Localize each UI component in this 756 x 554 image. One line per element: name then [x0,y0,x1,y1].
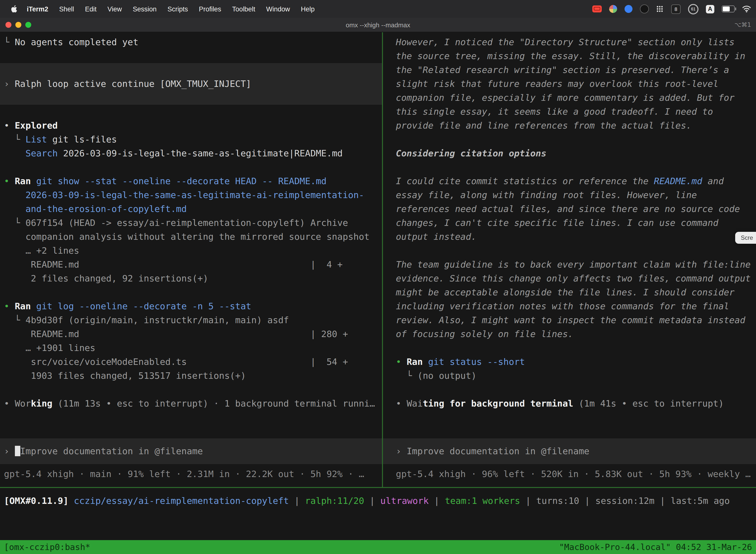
terminal-line: output instead. [383,230,756,244]
globe-icon[interactable] [609,5,617,13]
terminal-line: • Ran git show --stat --oneline --decora… [0,174,382,188]
terminal-line [383,341,756,355]
terminal-text: | [520,495,536,506]
menu-item-help[interactable]: Help [296,5,320,13]
terminal-line: › Improve documentation in @filename [383,444,756,458]
zoom-button[interactable] [25,22,31,28]
terminal-line: • Explored [0,119,382,132]
battery-icon[interactable] [722,5,735,12]
prompt-strip[interactable]: › Improve documentation in @filename [383,438,756,464]
terminal-text: › [396,446,406,456]
terminal-text: team:1 workers [445,495,520,506]
menu-item-iterm2[interactable]: iTerm2 [21,5,54,13]
terminal-text: evidence. Since this change only affects… [396,273,751,283]
right-terminal-pane[interactable]: However, I noticed the "Directory Struct… [383,32,756,487]
terminal-text: companion analysis without altering the … [4,231,370,242]
text-cursor [15,446,20,456]
window-shortcut-badge: ⌥⌘1 [735,21,756,28]
prompt-strip[interactable]: › Ralph loop active continue [OMX_TMUX_I… [0,63,382,105]
wifi-icon[interactable] [742,5,751,12]
battery-gauge-icon[interactable]: 61 [688,4,698,14]
terminal-line: › Improve documentation in @filename [0,444,382,458]
terminal-text: README.md | 280 + [4,329,348,339]
terminal-text: Wai [406,398,423,408]
terminal-text: cczip/essay/ai-reimplementation-copyleft [74,495,289,506]
terminal-text: output instead. [396,231,477,242]
menu-item-session[interactable]: Session [127,5,162,13]
terminal-line: README.md | 4 + [0,258,382,272]
pane-spacer [383,410,756,438]
terminal-text: src/voice/voiceModeEnabled.ts | 54 + [4,356,348,367]
terminal-text: README.md [654,176,702,186]
menu-item-toolbelt[interactable]: Toolbelt [227,5,261,13]
minimize-button[interactable] [15,22,21,28]
terminal-text: last:5m ago [671,495,730,506]
terminal-text: this single essay, it seems like a good … [396,106,713,117]
terminal-text: companion file, especially if more comme… [396,92,735,103]
terminal-block: However, I noticed the "Directory Struct… [383,35,756,410]
keycap-8-icon[interactable]: 8 [671,4,681,14]
terminal-text: slight risk that future readers may over… [396,78,718,89]
terminal-line: The team guideline is to back every impo… [383,258,756,272]
terminal-line: provide file and line references from th… [383,119,756,132]
terminal-line: └ No agents completed yet [0,35,382,49]
terminal-text: 2026-03-09-is-legal-the-same-as-legitima… [4,189,364,200]
terminal-block: gpt-5.4 xhigh · main · 91% left · 2.31M … [0,467,382,481]
terminal-line [0,105,382,119]
menu-item-shell[interactable]: Shell [54,5,80,13]
apple-menu[interactable] [7,5,21,13]
terminal-line [0,383,382,397]
terminal-text: Ran [15,176,36,186]
terminal-text: Ran [15,301,36,311]
terminal-text: king [31,398,52,408]
terminal-text: ting for background terminal [423,398,573,408]
terminal-line: gpt-5.4 xhigh · 96% left · 520K in · 5.8… [383,467,756,481]
terminal-block: • Explored └ List git ls-files Search 20… [0,105,382,410]
input-source-icon[interactable]: A [706,5,714,13]
terminal-text: [OMX#0.11.9] [4,495,74,506]
left-terminal-pane[interactable]: └ No agents completed yet› Ralph loop ac… [0,32,382,487]
apple-icon [11,5,17,13]
terminal-line: 2 files changed, 92 insertions(+) [0,272,382,285]
terminal-line: the source tree, missing the essay. Stil… [383,49,756,63]
terminal-text: might be acceptable alongside the file l… [396,287,735,297]
terminal-text: └ [4,315,25,325]
terminal-text: README.md | 4 + [4,259,342,270]
menu-item-window[interactable]: Window [261,5,296,13]
terminal-text: the "Related research writing" section i… [396,64,729,75]
terminal-line: Considering citation options [383,147,756,160]
terminal-line: including verification notes with those … [383,299,756,313]
close-button[interactable] [5,22,11,28]
terminal-text: review. Also, I might want to inspect th… [396,315,745,325]
terminal-text [4,148,25,158]
terminal-text: of focusing solely on file lines. [396,329,573,339]
window-title-bar[interactable]: omx --xhigh --madmax ⌥⌘1 [0,18,756,32]
terminal-line: However, I noticed the "Directory Struct… [383,35,756,49]
terminal-line: › Ralph loop active continue [OMX_TMUX_I… [0,77,382,91]
terminal-text: Improve documentation in @filename [20,446,203,456]
terminal-text: git log --oneline --decorate -n 5 --stat [36,301,251,311]
terminal-line: • Ran git status --short [383,355,756,369]
menu-item-view[interactable]: View [102,5,127,13]
menu-item-scripts[interactable]: Scripts [162,5,193,13]
dots-grid-icon[interactable] [656,5,664,13]
terminal-text: 4b9d30f (origin/main, instructkr/main, m… [25,315,289,325]
terminal-text: • [4,301,15,311]
menu-item-profiles[interactable]: Profiles [193,5,227,13]
terminal-text: Explored [15,120,58,130]
terminal-text: (no output) [418,370,477,381]
app-icon-blue[interactable] [625,5,632,13]
terminal-text: changes, I can't cite specific file line… [396,217,718,228]
knob-icon[interactable] [640,4,649,13]
terminal-text: Wor [15,398,31,408]
menu-items: iTerm2ShellEditViewSessionScriptsProfile… [21,5,320,13]
terminal-line: • Working (11m 13s • esc to interrupt) ·… [0,397,382,410]
terminal-line: this single essay, it seems like a good … [383,105,756,119]
screen-recording-icon[interactable] [592,5,602,12]
terminal-block: gpt-5.4 xhigh · 96% left · 520K in · 5.8… [383,467,756,481]
terminal-panes: └ No agents completed yet› Ralph loop ac… [0,32,756,487]
prompt-strip[interactable]: › Improve documentation in @filename [0,438,382,464]
screen-share-overlay-button[interactable]: Scre [736,232,756,244]
terminal-text: › [4,446,15,456]
menu-item-edit[interactable]: Edit [80,5,102,13]
